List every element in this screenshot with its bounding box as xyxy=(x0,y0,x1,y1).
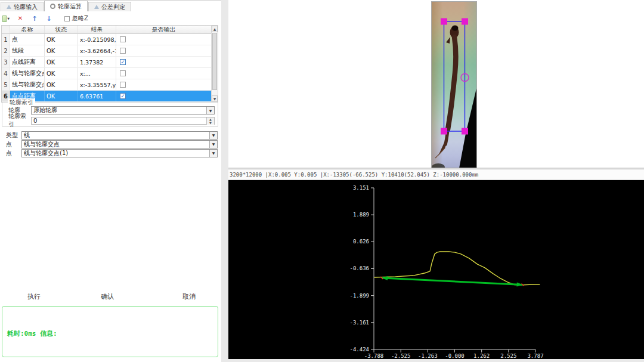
row-output-cell: ✓ xyxy=(116,91,211,101)
output-checkbox[interactable]: ✓ xyxy=(120,93,126,99)
row-status: OK xyxy=(45,57,78,67)
chevron-down-icon[interactable]: ▼ xyxy=(206,107,214,114)
output-checkbox[interactable] xyxy=(120,36,126,42)
output-checkbox[interactable] xyxy=(120,48,126,54)
delete-item-icon[interactable]: ✕ xyxy=(17,15,24,22)
contour-index-value: 0 xyxy=(33,117,37,124)
type-select[interactable]: 线 ▼ xyxy=(21,131,218,140)
y-tick-label: 3.151 xyxy=(353,185,369,191)
row-result: x:-3.35557,y:-... xyxy=(78,79,116,90)
y-tick-label: -4.424 xyxy=(349,346,369,352)
roi-handle-top-left[interactable] xyxy=(441,18,447,25)
row-status: OK xyxy=(45,91,78,101)
results-table: 名称 状态 结果 是否输出 1点OKx:-0.215098,y:...2线段OK… xyxy=(1,25,218,103)
row-name: 点线距离 xyxy=(10,57,45,67)
point2-select[interactable]: 线与轮廓交点(1) ▼ xyxy=(21,149,218,157)
scroll-up-icon[interactable]: ▲ xyxy=(212,26,218,32)
x-tick-label: 3.787 xyxy=(527,353,543,359)
row-name: 线段 xyxy=(10,45,45,56)
row-result: 1.37382 xyxy=(78,57,116,67)
output-checkbox[interactable]: ✓ xyxy=(120,59,126,65)
execute-button[interactable]: 执行 xyxy=(10,292,58,301)
table-row[interactable]: 5线与轮廓交点(1)OKx:-3.35557,y:-... xyxy=(2,79,211,91)
image-viewer[interactable] xyxy=(228,0,644,169)
profile-curve xyxy=(374,252,540,285)
x-tick-label: -0.000 xyxy=(445,353,465,359)
confirm-button[interactable]: 确认 xyxy=(83,292,131,301)
ignore-z-checkbox[interactable]: 忽略Z xyxy=(64,14,88,23)
status-bar: 3200*12000 |X:0.005 Y:0.005 |X:-13305(-6… xyxy=(228,170,644,179)
profile-plot-canvas[interactable]: 3.1511.8890.626-0.636-1.899-3.161-4.424-… xyxy=(228,180,644,359)
contour-index-group: 轮廓索引 轮廓 原始轮廓 ▼ 轮廓索引 0 ▲▼ xyxy=(2,102,218,127)
tab-label: 轮廓输入 xyxy=(14,3,38,11)
x-tick-label: -1.263 xyxy=(418,353,438,359)
row-output-cell xyxy=(116,34,211,45)
specimen-image[interactable] xyxy=(431,1,477,168)
output-checkbox[interactable] xyxy=(120,82,126,88)
row-name: 线与轮廓交点 xyxy=(10,68,45,79)
y-tick-label: -0.636 xyxy=(349,265,369,271)
row-result: x:-0.215098,y:... xyxy=(78,34,116,45)
contour-index-label: 轮廓索引 xyxy=(8,112,31,129)
move-up-icon[interactable]: ↑ xyxy=(31,15,38,22)
chevron-down-icon[interactable]: ▼ xyxy=(209,141,217,148)
scroll-down-icon[interactable]: ▼ xyxy=(212,95,218,102)
x-tick-label: 2.525 xyxy=(500,353,516,359)
roi-handle-top-right[interactable] xyxy=(462,18,468,25)
row-status: OK xyxy=(45,34,78,45)
row-output-cell xyxy=(116,45,211,56)
row-number: 4 xyxy=(2,68,10,79)
row-number: 2 xyxy=(2,45,10,56)
row-output-cell xyxy=(116,79,211,90)
control-panel: 轮廓输入 轮廓运算 公差判定 ▼ ✕ ↑ ↓ 忽略Z 名称 状态 结果 是否输出… xyxy=(0,0,221,362)
table-header: 名称 状态 结果 是否输出 xyxy=(2,26,211,34)
profile-plot-panel[interactable]: 3.1511.8890.626-0.636-1.899-3.161-4.424-… xyxy=(228,180,644,359)
add-item-icon[interactable]: ▼ xyxy=(2,15,10,22)
action-bar: 执行 确认 取消 xyxy=(0,292,221,302)
row-output-cell: ✓ xyxy=(116,57,211,67)
x-tick-label: 1.262 xyxy=(473,353,490,359)
message-text: 耗时:0ms 信息: xyxy=(7,329,57,338)
cancel-button[interactable]: 取消 xyxy=(165,292,213,301)
contour-index-spinner[interactable]: 0 ▲▼ xyxy=(31,117,215,125)
triangle-icon xyxy=(7,5,11,9)
point1-select[interactable]: 线与轮廓交点 ▼ xyxy=(21,140,218,148)
col-output[interactable]: 是否输出 xyxy=(116,26,211,33)
contour-select[interactable]: 原始轮廓 ▼ xyxy=(31,106,215,115)
contour-value: 原始轮廓 xyxy=(33,106,57,115)
row-number: 1 xyxy=(2,34,10,45)
row-result: x:-3.62664,-1.... xyxy=(78,45,116,56)
row-result: x:... xyxy=(78,68,116,79)
message-box: 耗时:0ms 信息: xyxy=(2,306,218,357)
chevron-down-icon[interactable]: ▼ xyxy=(209,132,217,139)
spinner-arrows-icon[interactable]: ▲▼ xyxy=(206,117,214,124)
point1-label: 点 xyxy=(6,140,21,148)
col-status[interactable]: 状态 xyxy=(45,26,78,33)
chevron-down-icon[interactable]: ▼ xyxy=(209,150,217,157)
move-down-icon[interactable]: ↓ xyxy=(45,15,52,22)
roi-handle-bottom-left[interactable] xyxy=(441,128,447,135)
row-number: 5 xyxy=(2,79,10,90)
toolbar: ▼ ✕ ↑ ↓ 忽略Z xyxy=(2,14,88,23)
table-row[interactable]: 1点OKx:-0.215098,y:... xyxy=(2,34,211,45)
col-result[interactable]: 结果 xyxy=(78,26,116,33)
table-row[interactable]: 2线段OKx:-3.62664,-1.... xyxy=(2,45,211,57)
tab-bar: 轮廓输入 轮廓运算 公差判定 xyxy=(1,1,132,11)
point2-value: 线与轮廓交点(1) xyxy=(24,149,68,157)
type-label: 类型 xyxy=(6,131,21,140)
tab-tolerance[interactable]: 公差判定 xyxy=(88,2,131,11)
table-row[interactable]: 3点线距离OK1.37382✓ xyxy=(2,57,211,68)
row-number: 3 xyxy=(2,57,10,67)
col-name[interactable]: 名称 xyxy=(10,26,45,33)
tab-contour-input[interactable]: 轮廓输入 xyxy=(1,2,44,11)
scroll-thumb[interactable] xyxy=(212,33,217,90)
table-row[interactable]: 4线与轮廓交点OKx:... xyxy=(2,68,211,79)
group-title: 轮廓索引 xyxy=(8,98,35,107)
circle-icon xyxy=(50,4,55,9)
tab-contour-calc[interactable]: 轮廓运算 xyxy=(44,1,88,11)
table-scrollbar[interactable]: ▲ ▼ xyxy=(211,26,218,102)
output-checkbox[interactable] xyxy=(120,70,126,76)
row-result: 6.63761 xyxy=(78,91,116,101)
roi-handle-bottom-right[interactable] xyxy=(462,128,468,135)
row-status: OK xyxy=(45,68,78,79)
